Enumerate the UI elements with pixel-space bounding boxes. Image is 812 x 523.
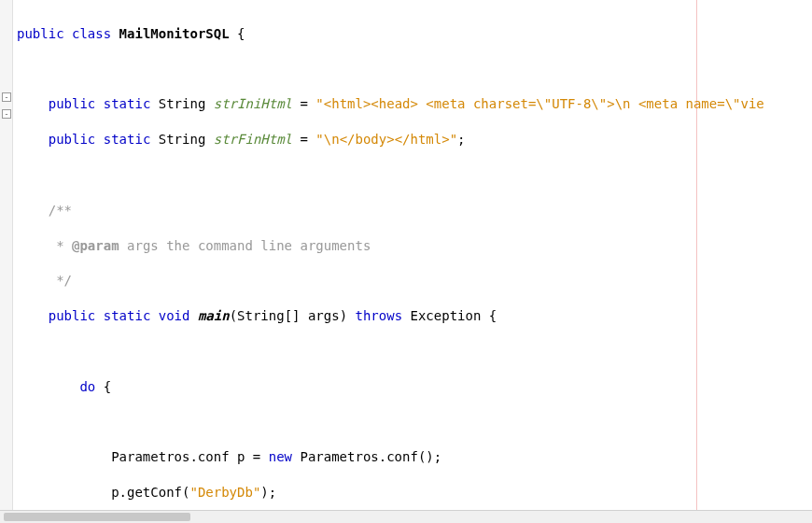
code-editor[interactable]: public class MailMonitorSQL { public sta…	[17, 7, 812, 523]
fold-handle[interactable]: -	[2, 92, 11, 102]
method-main: main	[198, 308, 230, 323]
fold-gutter: - -	[0, 0, 13, 523]
horizontal-scrollbar[interactable]	[0, 510, 812, 523]
kw-static: static	[104, 96, 151, 111]
params: (String[] args)	[230, 308, 356, 323]
kw-void: void	[159, 308, 190, 323]
kw-new: new	[269, 449, 292, 464]
field-name: strFinHtml	[214, 132, 292, 147]
eq: =	[292, 132, 315, 147]
brace: {	[95, 379, 111, 394]
kw-public: public	[49, 132, 96, 147]
string-literal: "DerbyDb"	[189, 485, 260, 500]
javadoc-param: args	[119, 238, 167, 253]
javadoc-tag: @param	[72, 238, 119, 253]
code-text: p.getConf(	[111, 485, 189, 500]
code-text: Parametros.conf();	[292, 449, 441, 464]
string-literal: "<html><head> <meta charset=\"UTF-8\">\n…	[315, 96, 763, 111]
fold-handle[interactable]: -	[2, 109, 11, 119]
kw-static: static	[104, 308, 151, 323]
kw-public: public	[17, 26, 64, 41]
kw-public: public	[49, 96, 96, 111]
kw-class: class	[72, 26, 111, 41]
brace: {	[230, 26, 245, 41]
code-text: Parametros.conf p =	[111, 449, 269, 464]
class-name: MailMonitorSQL	[119, 26, 230, 41]
code-text: );	[260, 485, 276, 500]
kw-throws: throws	[355, 308, 402, 323]
eq: =	[292, 96, 315, 111]
string-literal: "\n</body></html>"	[315, 132, 457, 147]
kw-static: static	[104, 132, 151, 147]
javadoc-end: */	[49, 273, 72, 288]
exception: Exception {	[402, 308, 497, 323]
kw-do: do	[79, 379, 95, 394]
field-name: strIniHtml	[214, 96, 292, 111]
javadoc-start: /**	[49, 203, 72, 218]
type: String	[159, 96, 206, 111]
semi: ;	[457, 132, 465, 147]
javadoc-line: *	[49, 238, 72, 253]
scrollbar-thumb[interactable]	[4, 513, 190, 521]
type: String	[159, 132, 206, 147]
kw-public: public	[49, 308, 96, 323]
javadoc-text: the command line arguments	[166, 238, 371, 253]
